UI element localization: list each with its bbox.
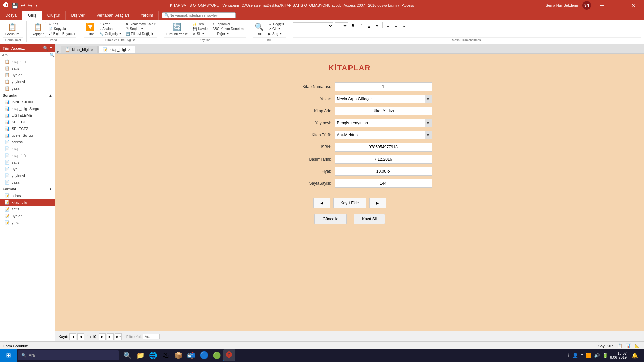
next-record-btn[interactable]: ► (99, 333, 106, 340)
sidebar-item-yazarr-report[interactable]: 📄 yazarr (0, 179, 55, 186)
select-yayinevi[interactable]: Bengisu Yayınları (335, 119, 432, 127)
doc-tab-kitap-bilgi-table[interactable]: 📋 kitap_bilgi ✕ (61, 46, 98, 53)
yeni-button[interactable]: ✨ Yeni (191, 22, 210, 26)
undo-btn[interactable]: ↩ (21, 2, 25, 9)
sidebar-item-uye-report[interactable]: 📄 uye (0, 166, 55, 172)
tray-volume-icon[interactable]: 🔊 (594, 353, 600, 358)
kopyala-button[interactable]: 📄 Kopyala (47, 27, 77, 31)
taskbar-cortana[interactable]: 🔍 (121, 349, 133, 361)
diger-button[interactable]: ⋯ Diğer ▼ (211, 32, 246, 36)
tray-expand-icon[interactable]: ^ (581, 353, 583, 358)
tray-help-icon[interactable]: ℹ (568, 353, 570, 358)
taskbar-access[interactable]: 🅐 (223, 349, 235, 361)
sidebar-item-satis-form[interactable]: 📝 satis (0, 206, 55, 213)
sil-button[interactable]: ✕ Sil ▼ (191, 32, 210, 36)
ribbon-search[interactable]: 🔍 (162, 12, 236, 18)
bold-button[interactable]: B (349, 22, 357, 29)
kayit-ekle-button[interactable]: Kayıt Ekle (333, 198, 366, 208)
tray-battery-icon[interactable]: 🔋 (602, 353, 608, 358)
input-sayfa-sayisi[interactable] (335, 179, 432, 188)
sidebar-item-satis[interactable]: 📋 satis (0, 65, 55, 72)
tab-veritabani[interactable]: Veritabanı Araçları (91, 11, 135, 20)
font-select[interactable] (293, 22, 333, 29)
prev-record-button[interactable]: ◄ (313, 198, 330, 208)
taskbar-unknown1[interactable]: 🟢 (211, 349, 223, 361)
tray-network-icon[interactable]: 📶 (586, 353, 591, 358)
input-fiyat[interactable] (335, 167, 432, 176)
start-button[interactable]: ⊞ (0, 349, 17, 362)
tab-yardim[interactable]: Yardım (135, 11, 159, 20)
sidebar-item-listeleme[interactable]: 📊 LİSTELEME (0, 112, 55, 119)
kayit-sil-button[interactable]: Kayıt Sil (354, 214, 385, 224)
select-kitap-turu[interactable]: Anı-Mektup (335, 131, 432, 139)
section-formlar[interactable]: Formlar ▲ (0, 186, 55, 192)
tab-giris[interactable]: Giriş (22, 11, 42, 20)
save-quick-btn[interactable]: 💾 (11, 2, 18, 9)
font-size-select[interactable] (335, 22, 348, 29)
tab-close-btn2[interactable]: ✕ (128, 48, 131, 52)
align-center-button[interactable]: ≡ (392, 22, 400, 29)
underline-button[interactable]: U (365, 22, 373, 29)
taskbar-mail[interactable]: 📬 (185, 349, 197, 361)
sidebar-item-yayinevi[interactable]: 📋 yayinevi (0, 78, 55, 85)
taskbar-chrome[interactable]: 🔵 (198, 349, 210, 361)
last-record-btn[interactable]: ►| (107, 333, 114, 340)
kaydet-button[interactable]: 💾 Kaydet (191, 27, 210, 31)
align-right-button[interactable]: ≡ (400, 22, 408, 29)
sidebar-item-select[interactable]: 📊 SELECT (0, 119, 55, 125)
doc-tab-kitap-bilgi-form[interactable]: 📝 kitap_bilgi ✕ (98, 46, 135, 53)
italic-button[interactable]: I (357, 22, 365, 29)
section-sorgular[interactable]: Sorgular ▲ (0, 92, 55, 99)
artan-button[interactable]: ↑ Artan (98, 22, 123, 26)
taskbar-edge[interactable]: 🌐 (147, 349, 159, 361)
tab-olustur[interactable]: Oluştur (42, 11, 66, 20)
taskbar-search[interactable]: 🔍 Ara (18, 350, 119, 360)
redo-btn[interactable]: ↪ (28, 2, 32, 9)
gelismis-button[interactable]: 🔧 Gelişmiş ▼ (98, 32, 123, 36)
input-isbn[interactable] (335, 143, 432, 152)
sidebar-item-yayinevi-report[interactable]: 📄 yayinevi (0, 172, 55, 179)
filtreyi-degistir-button[interactable]: 🔄 Filtreyi Değiştir (124, 32, 157, 36)
sec-button[interactable]: ▶ Seç ▼ (267, 32, 286, 36)
sidebar-item-kitapturu-report[interactable]: 📄 kitaptürü (0, 152, 55, 159)
azalan-button[interactable]: ↓ Azalan (98, 27, 123, 31)
bul-button[interactable]: 🔍 Bul (253, 22, 266, 37)
select-yazar[interactable]: Necla Arpa Gülaçar (335, 95, 432, 103)
ribbon-search-input[interactable] (169, 13, 233, 17)
bicim-button[interactable]: 🖌 Biçim Boyacısı (47, 32, 77, 36)
expand-nav-btn[interactable]: ▶ (55, 50, 61, 53)
color-button[interactable]: A (373, 22, 381, 29)
tumumuyenile-button[interactable]: 🔄 Tümünü Yenile (164, 22, 190, 37)
sidebar-item-yazar[interactable]: 📋 yazar (0, 85, 55, 92)
secim-button[interactable]: ☑ Seçim ▼ (124, 27, 157, 31)
sidebar-search-input[interactable] (2, 53, 48, 57)
kes-button[interactable]: ✂ Kes (47, 22, 77, 26)
sidebar-item-kitap-bilgi-form[interactable]: 📝 kitap_bilgi (0, 199, 55, 206)
sidebar-item-uyeler-sorgu[interactable]: 📊 uyeler Sorgu (0, 132, 55, 139)
record-search-input[interactable] (143, 334, 160, 339)
first-record-btn[interactable]: |◄ (69, 333, 76, 340)
yazim-button[interactable]: ABC Yazım Denetimi (211, 27, 246, 31)
taskbar-file-explorer[interactable]: 📁 (134, 349, 146, 361)
tab-dosya[interactable]: Dosya (0, 11, 22, 20)
close-button[interactable]: ✕ (625, 0, 641, 11)
sidebar-menu-icon[interactable]: ≡ (50, 46, 52, 51)
gorunum-button[interactable]: 📋 Görünüm (3, 22, 21, 37)
sidebar-item-kitap-report[interactable]: 📄 kitap (0, 145, 55, 152)
git-button[interactable]: ↗ Git ▼ (267, 27, 286, 31)
sidebar-item-uyeler-form[interactable]: 📝 uyeler (0, 213, 55, 219)
taskbar-dropbox[interactable]: 📦 (172, 349, 184, 361)
tab-close-btn1[interactable]: ✕ (91, 48, 93, 52)
minimize-button[interactable]: ─ (594, 0, 610, 11)
input-kitap-adi[interactable] (335, 107, 432, 115)
sidebar-item-inner-join[interactable]: 📊 INNER JOIN (0, 99, 55, 105)
guncelle-button[interactable]: Güncelle (314, 214, 347, 224)
maximize-button[interactable]: □ (610, 0, 625, 11)
align-left-button[interactable]: ≡ (384, 22, 392, 29)
filtre-button[interactable]: 🔽 Filtre (84, 22, 97, 37)
notification-button[interactable]: 🔔 (629, 349, 641, 361)
toplamlar-button[interactable]: Σ Toplamlar (211, 22, 246, 26)
sidebar-item-adres-form[interactable]: 📝 adres (0, 192, 55, 199)
sidebar-item-yazar-form[interactable]: 📝 yazar (0, 219, 55, 226)
user-avatar[interactable]: SN (582, 1, 591, 10)
